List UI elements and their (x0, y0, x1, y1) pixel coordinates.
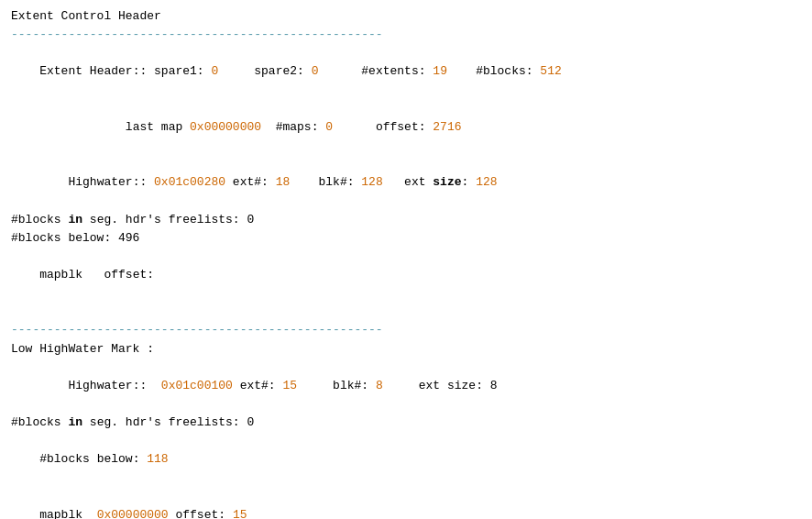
eh3-size: 128 (476, 175, 497, 189)
divider-top: ----------------------------------------… (11, 26, 801, 44)
lhw-blocks-prefix: #blocks below: (39, 452, 147, 466)
eh3-mid3: ext (383, 175, 433, 189)
blocks-seg-freelists: #blocks in seg. hdr's freelists: 0 (11, 211, 801, 229)
eh-prefix1: Extent Header:: spare1: (39, 64, 211, 78)
lhw-blk: 8 (376, 379, 383, 392)
extent-control-title: Extent Control Header (11, 7, 801, 26)
lhw-blocks-seg: #blocks in seg. hdr's freelists: 0 (11, 414, 801, 432)
eh-extents: 19 (433, 64, 447, 78)
lhw-mapblk-mid: offset: (169, 508, 233, 519)
lhw-highwater-line: Highwater:: 0x01c00100 ext#: 15 blk#: 8 … (11, 359, 801, 414)
eh3-mid4: : (462, 175, 477, 189)
eh2-offset: 2716 (433, 120, 461, 134)
eh3-hw: 0x01c00280 (154, 175, 225, 189)
extent-header-line2: last map 0x00000000 #maps: 0 offset: 271… (11, 100, 801, 155)
extent-header-line3: Highwater:: 0x01c00280 ext#: 18 blk#: 12… (11, 155, 801, 210)
lhw-in-bold: in (68, 415, 82, 429)
eh3-prefix: Highwater:: (39, 175, 154, 189)
mapblk-prefix: mapblk (39, 268, 96, 282)
eh2-prefix: last map (39, 120, 190, 134)
mapblk-mid: offset: (97, 268, 161, 282)
main-content: Extent Control Header ------------------… (11, 7, 801, 519)
eh2-maps: 0 (325, 120, 333, 134)
eh3-size-label: size (433, 175, 461, 189)
mapblk-line: mapblk offset: (11, 248, 801, 303)
lhw-hw: 0x01c00100 (161, 379, 233, 392)
extent-header-line1: Extent Header:: spare1: 0 spare2: 0 #ext… (11, 44, 801, 99)
lhw-mid2: blk#: (297, 379, 376, 392)
lhw-blocks-val: 118 (147, 452, 168, 466)
lhw-mapblk: mapblk 0x00000000 offset: 15 (11, 488, 801, 519)
unlocked-line (11, 303, 801, 321)
lhw-mid3: ext size: (383, 379, 490, 392)
eh3-blk: 128 (361, 175, 382, 189)
lhw-mapblk-val: 0x00000000 (97, 508, 169, 519)
lhw-prefix: Highwater:: (39, 379, 161, 392)
blocks-below-496: #blocks below: 496 (11, 229, 801, 248)
lhw-ext: 15 (282, 379, 297, 392)
lhw-size: 8 (490, 379, 498, 392)
lhw-title: Low HighWater Mark : (11, 340, 801, 359)
eh3-mid1: ext#: (225, 175, 276, 189)
eh3-ext: 18 (276, 175, 291, 189)
eh-mid3: #blocks: (447, 64, 540, 78)
eh-spare2: 0 (312, 64, 319, 78)
eh-mid2: #extents: (319, 64, 433, 78)
eh2-lastmap: 0x00000000 (190, 120, 261, 134)
eh-blocks: 512 (540, 64, 561, 78)
eh-mid1: spare2: (218, 64, 311, 78)
eh3-mid2: blk#: (290, 175, 361, 189)
lhw-blocks-below: #blocks below: 118 (11, 432, 801, 487)
divider-2: ----------------------------------------… (11, 321, 801, 339)
lhw-offset-val: 15 (233, 508, 247, 519)
eh2-mid1: #maps: (261, 120, 325, 134)
in-bold: in (68, 213, 82, 226)
lhw-mid1: ext#: (233, 379, 283, 392)
lhw-mapblk-prefix: mapblk (39, 508, 96, 519)
eh2-mid2: offset: (333, 120, 433, 134)
